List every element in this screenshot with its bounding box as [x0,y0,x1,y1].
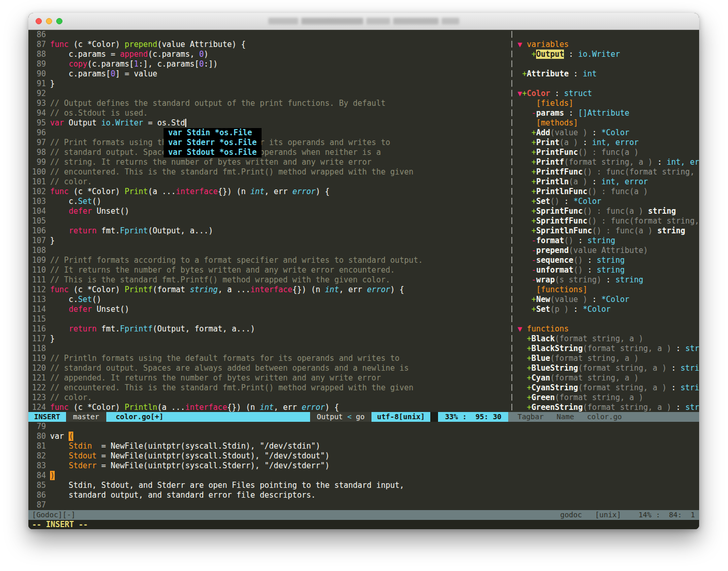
code-line[interactable]: 102func (c *Color) Print(a ...interface{… [28,187,509,197]
code-line[interactable]: 109// Printf formats according to a form… [28,256,509,265]
code-line[interactable]: 114 defer Unset() [28,305,509,314]
tagbar-item[interactable]: +PrintlnFunc() : func(a ) [514,187,699,197]
close-button[interactable] [36,18,42,24]
tagbar-item[interactable]: +GreenString(format string, a ) : string [514,403,699,412]
code-line[interactable]: 104 defer Unset() [28,207,509,216]
godoc-line[interactable]: 83 Stderr = NewFile(uintptr(syscall.Stde… [28,461,699,471]
code-line[interactable]: 107} [28,236,509,246]
code-line[interactable]: 105 [28,216,509,226]
code-line[interactable]: 124func (c *Color) Println(a ...interfac… [28,403,509,412]
tagbar-item[interactable]: +Blue(format string, a ) [514,354,699,363]
tagbar-item[interactable]: +Black(format string, a ) [514,334,699,344]
minimize-button[interactable] [46,18,52,24]
code-line[interactable]: 108 [28,246,509,256]
tagbar-item[interactable]: +New(value ) : *Color [514,295,699,305]
godoc-line[interactable]: 79 [28,422,699,432]
code-line[interactable]: 87func (c *Color) prepend(value Attribut… [28,40,509,50]
tagbar-item[interactable]: +SprintlnFunc() : func(a ) string [514,226,699,236]
completion-item[interactable]: var Stderr *os.File [164,138,262,148]
tagbar-item[interactable]: [functions] [514,285,699,295]
code-line[interactable]: 119// Println formats using the default … [28,354,509,363]
code-line[interactable]: 89 copy(c.params[1:], c.params[0:]) [28,59,509,69]
line-number: 115 [28,314,46,324]
tagbar-item[interactable]: -format() : string [514,236,699,246]
tagbar-item[interactable]: +Set() : *Color [514,197,699,207]
tagbar-item[interactable]: -params : []Attribute [514,108,699,118]
tagbar-item[interactable]: +Output : io.Writer [514,50,699,59]
tagbar-item[interactable]: -wrap(s string) : string [514,275,699,285]
tagbar-item[interactable] [514,314,699,324]
code-line[interactable]: 110// It returns the number of bytes wri… [28,265,509,275]
tagbar-item[interactable]: +SprintfFunc() : func(format string, a )… [514,216,699,226]
tagbar-item[interactable]: +Println(a ) : int, error [514,177,699,187]
godoc-line[interactable]: 81 Stdin = NewFile(uintptr(syscall.Stdin… [28,441,699,451]
code-line[interactable]: 111// This is the standard fmt.Printf() … [28,275,509,285]
code-line[interactable]: 103 c.Set() [28,197,509,207]
code-line[interactable]: 115 [28,314,509,324]
code-line[interactable]: 97// Print formats using the default for… [28,138,509,148]
code-line[interactable]: 113 c.Set() [28,295,509,305]
completion-item[interactable]: var Stdin *os.File [164,128,262,138]
tagbar-item[interactable] [514,79,699,89]
tagbar-item[interactable]: +SprintFunc() : func(a ) string [514,207,699,216]
tagbar-item[interactable]: [fields] [514,99,699,108]
tagbar-item[interactable] [514,30,699,40]
tagbar-item[interactable]: +Set(p ) : *Color [514,305,699,314]
tagbar-item[interactable]: +Print(a ) : int, error [514,138,699,148]
code-line[interactable]: 95var Output io.Writer = os.Std [28,118,509,128]
tagbar-item[interactable] [514,59,699,69]
code-line[interactable]: 120// standard output. Spaces are always… [28,363,509,373]
tagbar-item[interactable]: +CyanString(format string, a ) : string [514,383,699,393]
zoom-button[interactable] [56,18,62,24]
tagbar-item[interactable]: +BlueString(format string, a ) : string [514,363,699,373]
godoc-line[interactable]: 84) [28,471,699,481]
code-line[interactable]: 122// encountered. This is the standard … [28,383,509,393]
godoc-line[interactable]: 80var ( [28,432,699,441]
completion-item[interactable]: var Stdout *os.File [164,148,262,157]
code-line[interactable]: 121// appended. It returns the number of… [28,373,509,383]
godoc-line[interactable]: 86 standard output, and standard error f… [28,490,699,500]
tagbar-item[interactable]: ▼ variables [514,40,699,50]
godoc-line[interactable]: 85 Stdin, Stdout, and Stderr are open Fi… [28,481,699,490]
godoc-line[interactable]: 82 Stdout = NewFile(uintptr(syscall.Stdo… [28,451,699,461]
code-line[interactable]: 112func (c *Color) Printf(format string,… [28,285,509,295]
code-line[interactable]: 117} [28,334,509,344]
code-line[interactable]: 92 [28,89,509,99]
code-line[interactable]: 101// color. [28,177,509,187]
code-line[interactable]: 96 [28,128,509,138]
tagbar-item[interactable]: +BlackString(format string, a ) : string [514,344,699,354]
tagbar-item[interactable]: ▼+Color : struct [514,89,699,99]
code-line[interactable]: 86 [28,30,509,40]
tagbar-item[interactable]: +Cyan(format string, a ) [514,373,699,383]
tagbar-item[interactable]: -prepend(value Attribute) [514,246,699,256]
tagbar-item[interactable]: -sequence() : string [514,256,699,265]
completion-popup[interactable]: var Stdin *os.File var Stderr *os.Fileva… [164,128,262,157]
code-line[interactable]: 118 [28,344,509,354]
code-window[interactable]: 86 87func (c *Color) prepend(value Attri… [28,30,509,412]
code-line[interactable]: 116 return fmt.Fprintf(Output, format, a… [28,324,509,334]
tagbar-window[interactable]: ▼ variables +Output : io.Writer +Attribu… [514,30,699,412]
window-titlebar[interactable] [28,13,699,30]
code-line[interactable]: 93// Output defines the standard output … [28,99,509,108]
tagbar-item[interactable]: +Add(value ) : *Color [514,128,699,138]
code-line[interactable]: 98// standard output. Spaces are added b… [28,148,509,157]
code-line[interactable]: 123// color. [28,393,509,403]
vertical-split-separator[interactable] [509,30,514,412]
tagbar-item[interactable]: +PrintFunc() : func(a ) [514,148,699,157]
tagbar-item[interactable]: ▼ functions [514,324,699,334]
godoc-preview-window[interactable]: 79 80var ( 81 Stdin = NewFile(uintptr(sy… [28,422,699,510]
code-line[interactable]: 91} [28,79,509,89]
code-line[interactable]: 100// encountered. This is the standard … [28,167,509,177]
tagbar-item[interactable]: +Printf(format string, a ) : int, error [514,157,699,167]
tagbar-item[interactable]: [methods] [514,118,699,128]
code-line[interactable]: 90 c.params[0] = value [28,69,509,79]
code-line[interactable]: 94// os.Stdout is used. [28,108,509,118]
tagbar-item[interactable]: -unformat() : string [514,265,699,275]
godoc-line[interactable]: 87 [28,500,699,510]
tagbar-item[interactable]: +Green(format string, a ) [514,393,699,403]
code-line[interactable]: 99// string. It returns the number of by… [28,157,509,167]
code-line[interactable]: 106 return fmt.Fprint(Output, a...) [28,226,509,236]
tagbar-item[interactable]: +Attribute : int [514,69,699,79]
code-line[interactable]: 88 c.params = append(c.params, 0) [28,50,509,59]
tagbar-item[interactable]: +PrintfFunc() : func(format string, a ) [514,167,699,177]
